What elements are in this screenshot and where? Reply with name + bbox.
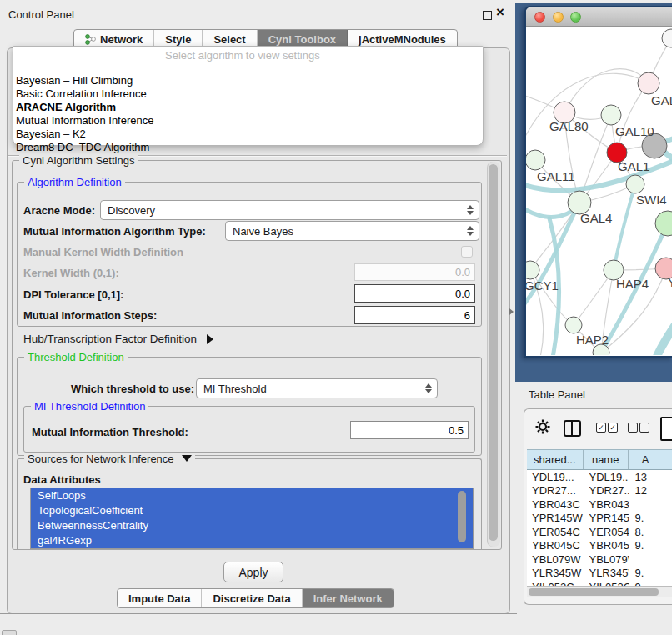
network-node[interactable] bbox=[662, 29, 672, 48]
aracne-mode-select[interactable]: Discovery bbox=[100, 200, 479, 220]
manual-kernel-checkbox[interactable] bbox=[461, 246, 473, 258]
table-cell: YLR345W bbox=[584, 567, 629, 579]
checked-checkbox-icon[interactable]: ✓ bbox=[596, 422, 606, 432]
tab-impute-data[interactable]: Impute Data bbox=[118, 589, 202, 608]
table-toolbar: ✓ ✓ bbox=[524, 409, 672, 448]
hub-tf-definition-label: Hub/Transcription Factor Definition bbox=[23, 332, 197, 345]
table-hscrollbar-track[interactable] bbox=[527, 586, 672, 598]
table-row[interactable]: YBR045CYBR045C9. bbox=[527, 539, 672, 553]
network-window-titlebar[interactable] bbox=[526, 8, 672, 27]
network-node[interactable] bbox=[565, 317, 582, 333]
data-attribute-item[interactable]: gal4RGexp bbox=[31, 533, 473, 548]
tab-label: Impute Data bbox=[128, 592, 190, 605]
bottom-left-mini-button[interactable] bbox=[2, 630, 17, 635]
close-window-icon[interactable] bbox=[534, 12, 545, 22]
network-edge[interactable] bbox=[649, 318, 672, 355]
node-label: GAL11 bbox=[537, 169, 575, 183]
table-row[interactable]: YBR043CYBR043C bbox=[527, 498, 672, 512]
new-table-icon[interactable] bbox=[660, 417, 672, 441]
table-cell: 9. bbox=[629, 539, 672, 552]
table-hscrollbar-thumb[interactable] bbox=[529, 588, 659, 596]
table-header-row: shared...nameA bbox=[527, 449, 672, 470]
checked-checkbox-icon[interactable]: ✓ bbox=[608, 422, 618, 432]
collapse-down-icon[interactable] bbox=[182, 455, 192, 462]
algorithm-list: Bayesian – Hill ClimbingBasic Correlatio… bbox=[16, 74, 480, 154]
node-label: GAL1 bbox=[618, 159, 649, 173]
kernel-width-label: Kernel Width (0,1): bbox=[23, 267, 119, 279]
algorithm-option[interactable]: Dream8 DC_TDC Algorithm bbox=[16, 141, 480, 154]
which-threshold-value: MI Threshold bbox=[197, 382, 422, 395]
close-panel-icon[interactable]: × bbox=[496, 4, 504, 21]
node-label: GCY1 bbox=[526, 278, 559, 292]
algorithm-option[interactable]: Basic Correlation Inference bbox=[16, 88, 480, 101]
float-panel-icon[interactable] bbox=[483, 11, 492, 20]
mi-steps-field[interactable] bbox=[354, 306, 475, 324]
table-row[interactable]: YER054CYER054C8. bbox=[527, 525, 672, 539]
table-row[interactable]: YPR145WYPR145W9. bbox=[527, 512, 672, 526]
table-body: YDL19...YDL19...13YDR27...YDR27...12YBR0… bbox=[527, 470, 672, 594]
network-node[interactable] bbox=[655, 211, 672, 236]
table-cell: YBL079W bbox=[527, 553, 584, 566]
tab-discretize-data[interactable]: Discretize Data bbox=[202, 589, 302, 608]
table-cell: YER054C bbox=[527, 526, 584, 538]
split-pane-arrow-icon[interactable] bbox=[509, 308, 514, 315]
table-cell: YPR145W bbox=[584, 512, 629, 524]
table-row[interactable]: YLR345WYLR345W9. bbox=[527, 567, 672, 581]
unchecked-checkbox-icon[interactable] bbox=[639, 422, 649, 432]
algorithm-option[interactable]: Mutual Information Inference bbox=[16, 114, 480, 128]
split-columns-icon[interactable] bbox=[564, 420, 581, 437]
apply-button[interactable]: Apply bbox=[223, 562, 283, 582]
table-row[interactable]: YDR27...YDR27...12 bbox=[527, 484, 672, 498]
column-header[interactable]: A bbox=[629, 450, 672, 469]
table-panel: ✓ ✓ shared...nameA YDL19...YDL19...13YDR… bbox=[524, 408, 672, 605]
gear-icon[interactable] bbox=[534, 418, 551, 435]
network-node[interactable] bbox=[526, 150, 545, 170]
column-header[interactable]: shared... bbox=[527, 450, 584, 469]
network-node[interactable] bbox=[626, 175, 644, 193]
sources-title: Sources for Network Inference bbox=[24, 452, 195, 465]
unchecked-checkbox-icon[interactable] bbox=[628, 422, 638, 432]
algorithm-option[interactable]: Bayesian – K2 bbox=[16, 128, 480, 141]
algorithm-option[interactable]: ARACNE Algorithm bbox=[16, 101, 480, 114]
data-attribute-item[interactable]: TopologicalCoefficient bbox=[31, 503, 473, 518]
table-cell: 9. bbox=[629, 512, 672, 524]
mi-threshold-group-title: MI Threshold Definition bbox=[31, 400, 148, 412]
table-cell: YER054C bbox=[584, 526, 629, 538]
node-table: shared...nameA YDL19...YDL19...13YDR27..… bbox=[527, 449, 672, 594]
table-row[interactable]: YBL079WYBL079W bbox=[527, 552, 672, 567]
network-node[interactable] bbox=[526, 261, 539, 279]
zoom-window-icon[interactable] bbox=[570, 12, 581, 22]
settings-scrollbar-thumb[interactable] bbox=[489, 164, 498, 541]
minimize-window-icon[interactable] bbox=[553, 12, 564, 22]
aracne-mode-label: Aracne Mode: bbox=[23, 204, 95, 217]
table-row[interactable]: YDL19...YDL19...13 bbox=[527, 470, 672, 484]
network-edge[interactable] bbox=[614, 184, 635, 270]
node-label: SWI4 bbox=[636, 192, 667, 207]
column-header[interactable]: name bbox=[584, 450, 629, 469]
network-view-window: GALGAL80GAL10GAL1GAL11SWI4GAL4GCY1HAP4YH… bbox=[524, 6, 672, 358]
data-attribute-item[interactable]: BetweennessCentrality bbox=[31, 518, 473, 533]
network-node[interactable] bbox=[638, 72, 659, 94]
table-cell: YBR043C bbox=[584, 498, 629, 511]
mi-type-select[interactable]: Naive Bayes bbox=[225, 221, 479, 241]
hub-tf-definition-toggle[interactable]: Hub/Transcription Factor Definition bbox=[23, 332, 213, 345]
data-attribute-item[interactable]: SelfLoops bbox=[31, 488, 473, 503]
mi-threshold-field[interactable] bbox=[350, 421, 469, 439]
aracne-mode-value: Discovery bbox=[101, 204, 464, 217]
table-cell: YPR145W bbox=[527, 512, 584, 524]
tab-infer-network[interactable]: Infer Network bbox=[303, 589, 394, 608]
table-cell: 8. bbox=[629, 526, 672, 538]
table-cell: YDL19... bbox=[527, 471, 584, 483]
data-attributes-list[interactable]: SelfLoopsTopologicalCoefficientBetweenne… bbox=[30, 488, 474, 549]
network-canvas[interactable]: GALGAL80GAL10GAL1GAL11SWI4GAL4GCY1HAP4YH… bbox=[526, 27, 672, 355]
which-threshold-select[interactable]: MI Threshold bbox=[196, 378, 438, 398]
mi-threshold-label: Mutual Information Threshold: bbox=[32, 426, 188, 438]
kernel-width-field[interactable] bbox=[354, 263, 475, 281]
dpi-tolerance-field[interactable] bbox=[354, 284, 475, 302]
app-root: Control Panel × NetworkStyleSelectCyni T… bbox=[0, 0, 672, 635]
algorithm-option[interactable]: Bayesian – Hill Climbing bbox=[16, 74, 480, 88]
network-node[interactable] bbox=[601, 105, 621, 125]
node-label: Y bbox=[668, 275, 672, 289]
attributes-scrollbar-thumb[interactable] bbox=[458, 491, 466, 542]
table-cell: YDR27... bbox=[527, 484, 584, 497]
